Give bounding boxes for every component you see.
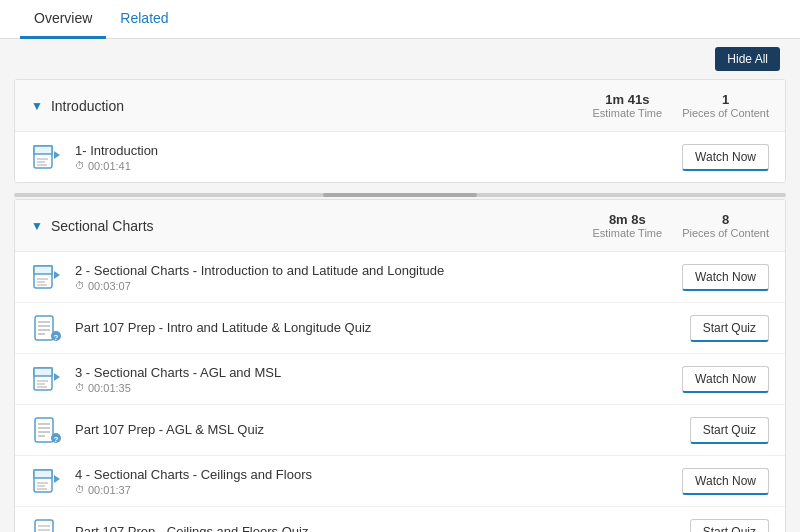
svg-marker-2 — [54, 151, 60, 159]
estimate-time-label: Estimate Time — [592, 107, 662, 119]
section-sectional-charts: ▼ Sectional Charts 8m 8s Estimate Time 8… — [14, 199, 786, 532]
content-item-1: 1- Introduction 00:01:41 Watch Now — [15, 132, 785, 182]
item-4-watch-button[interactable]: Watch Now — [682, 366, 769, 393]
item-3-title: Part 107 Prep - Intro and Latitude & Lon… — [75, 320, 690, 335]
item-6-duration: 00:01:37 — [75, 484, 682, 496]
quiz-icon-2: ? — [31, 414, 63, 446]
main-container: Overview Related Hide All ▼ Introduction… — [0, 0, 800, 532]
item-7-title: Part 107 Prep - Ceilings and Floors Quiz — [75, 524, 690, 533]
svg-rect-33 — [34, 470, 52, 478]
section-introduction: ▼ Introduction 1m 41s Estimate Time 1 Pi… — [14, 79, 786, 183]
item-4-duration: 00:01:35 — [75, 382, 682, 394]
tab-related[interactable]: Related — [106, 0, 182, 39]
svg-rect-20 — [34, 368, 52, 376]
section-introduction-header: ▼ Introduction 1m 41s Estimate Time 1 Pi… — [15, 80, 785, 132]
sectional-pieces-count-value: 8 — [682, 212, 769, 227]
pieces-count-label: Pieces of Content — [682, 107, 769, 119]
hide-all-button[interactable]: Hide All — [715, 47, 780, 71]
section-sectional-charts-meta: 8m 8s Estimate Time 8 Pieces of Content — [592, 212, 769, 239]
svg-marker-34 — [54, 475, 60, 483]
item-6-title: 4 - Sectional Charts - Ceilings and Floo… — [75, 467, 682, 482]
item-6-info: 4 - Sectional Charts - Ceilings and Floo… — [75, 467, 682, 496]
sectional-estimate-time: 8m 8s Estimate Time — [592, 212, 662, 239]
svg-rect-12 — [35, 316, 53, 340]
sectional-pieces-count-label: Pieces of Content — [682, 227, 769, 239]
section-introduction-meta: 1m 41s Estimate Time 1 Pieces of Content — [592, 92, 769, 119]
item-1-title: 1- Introduction — [75, 143, 682, 158]
tab-overview-label: Overview — [34, 10, 92, 26]
content-item-6: 4 - Sectional Charts - Ceilings and Floo… — [15, 456, 785, 507]
item-1-info: 1- Introduction 00:01:41 — [75, 143, 682, 172]
item-7-quiz-button[interactable]: Start Quiz — [690, 519, 769, 533]
item-2-watch-button[interactable]: Watch Now — [682, 264, 769, 291]
content-item-4: 3 - Sectional Charts - AGL and MSL 00:01… — [15, 354, 785, 405]
toolbar: Hide All — [0, 39, 800, 79]
item-1-duration: 00:01:41 — [75, 160, 682, 172]
svg-marker-8 — [54, 271, 60, 279]
section-sectional-charts-title: Sectional Charts — [51, 218, 593, 234]
item-5-info: Part 107 Prep - AGL & MSL Quiz — [75, 422, 690, 439]
section-introduction-title: Introduction — [51, 98, 593, 114]
tab-bar: Overview Related — [0, 0, 800, 39]
svg-rect-7 — [34, 266, 52, 274]
item-1-watch-button[interactable]: Watch Now — [682, 144, 769, 171]
pieces-count: 1 Pieces of Content — [682, 92, 769, 119]
content-item-5: ? Part 107 Prep - AGL & MSL Quiz Start Q… — [15, 405, 785, 456]
svg-text:?: ? — [54, 333, 59, 342]
content-item-7: ? Part 107 Prep - Ceilings and Floors Qu… — [15, 507, 785, 532]
scroll-indicator — [14, 193, 786, 197]
video-icon — [31, 141, 63, 173]
item-2-title: 2 - Sectional Charts - Introduction to a… — [75, 263, 682, 278]
item-7-info: Part 107 Prep - Ceilings and Floors Quiz — [75, 524, 690, 533]
scroll-thumb — [323, 193, 477, 197]
item-5-title: Part 107 Prep - AGL & MSL Quiz — [75, 422, 690, 437]
quiz-icon-3: ? — [31, 516, 63, 532]
item-4-title: 3 - Sectional Charts - AGL and MSL — [75, 365, 682, 380]
item-6-watch-button[interactable]: Watch Now — [682, 468, 769, 495]
video-icon-4 — [31, 465, 63, 497]
chevron-down-icon: ▼ — [31, 99, 43, 113]
sectional-estimate-time-label: Estimate Time — [592, 227, 662, 239]
estimate-time-value: 1m 41s — [592, 92, 662, 107]
sectional-pieces-count: 8 Pieces of Content — [682, 212, 769, 239]
sectional-estimate-time-value: 8m 8s — [592, 212, 662, 227]
item-3-info: Part 107 Prep - Intro and Latitude & Lon… — [75, 320, 690, 337]
video-icon-2 — [31, 261, 63, 293]
tab-related-label: Related — [120, 10, 168, 26]
video-icon-3 — [31, 363, 63, 395]
pieces-count-value: 1 — [682, 92, 769, 107]
tab-overview[interactable]: Overview — [20, 0, 106, 39]
content-item-2: 2 - Sectional Charts - Introduction to a… — [15, 252, 785, 303]
item-4-info: 3 - Sectional Charts - AGL and MSL 00:01… — [75, 365, 682, 394]
estimate-time: 1m 41s Estimate Time — [592, 92, 662, 119]
content-item-3: ? Part 107 Prep - Intro and Latitude & L… — [15, 303, 785, 354]
item-2-info: 2 - Sectional Charts - Introduction to a… — [75, 263, 682, 292]
item-2-duration: 00:03:07 — [75, 280, 682, 292]
svg-marker-21 — [54, 373, 60, 381]
item-5-quiz-button[interactable]: Start Quiz — [690, 417, 769, 444]
section-sectional-charts-header: ▼ Sectional Charts 8m 8s Estimate Time 8… — [15, 200, 785, 252]
chevron-down-icon-2: ▼ — [31, 219, 43, 233]
svg-text:?: ? — [54, 435, 59, 444]
svg-rect-1 — [34, 146, 52, 154]
item-3-quiz-button[interactable]: Start Quiz — [690, 315, 769, 342]
quiz-icon-1: ? — [31, 312, 63, 344]
svg-rect-25 — [35, 418, 53, 442]
